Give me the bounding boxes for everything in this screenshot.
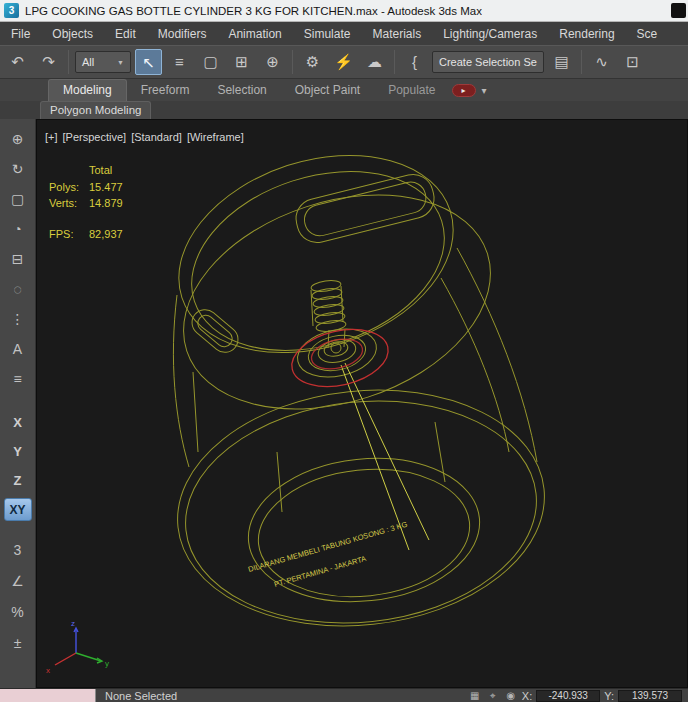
absolute-mode-icon[interactable]: ⌖ — [486, 690, 500, 702]
spinner-snap-icon[interactable]: ± — [3, 628, 33, 659]
angle-snap-icon[interactable]: ∠ — [3, 566, 33, 597]
named-selection-sets-icon[interactable]: { — [401, 49, 428, 75]
main-toolbar: ↶ ↷ All ▼ ↖ ≡ ▢ ⊞ ⊕ ⚙ ⚡ ☁ { Create Selec… — [0, 45, 688, 79]
grid-toggle-icon[interactable]: ▦ — [468, 690, 482, 701]
gizmo-y-label: y — [105, 659, 109, 668]
soft-selection-icon[interactable]: ◌ — [3, 274, 33, 304]
selection-region-icon[interactable]: ▢ — [197, 49, 224, 75]
ribbon-flyout-arrow-icon[interactable]: ▾ — [482, 85, 487, 96]
y-coordinate-label: Y: — [604, 690, 614, 702]
curve-editor-icon[interactable]: ∿ — [588, 49, 615, 75]
gizmo-z-label: z — [71, 619, 75, 628]
window-title: LPG COOKING GAS BOTTLE CYLINDER 3 KG FOR… — [25, 5, 482, 17]
selection-filter-dropdown[interactable]: All ▼ — [75, 51, 131, 73]
select-and-manipulate-icon[interactable]: ◔ — [3, 214, 33, 244]
toolbar-separator — [292, 50, 293, 74]
world-axis-gizmo — [55, 628, 102, 665]
select-and-move-icon[interactable]: ⊕ — [3, 124, 33, 154]
app-icon[interactable]: 3 — [4, 3, 19, 18]
named-selection-set-value: Create Selection Se — [439, 56, 537, 68]
x-coordinate-input[interactable] — [536, 690, 600, 702]
selection-lock-icon[interactable]: ◉ — [504, 690, 518, 701]
toolbar-separator — [581, 50, 582, 74]
window-crossing-icon[interactable]: ⊞ — [228, 49, 255, 75]
select-and-rotate-icon[interactable]: ↻ — [3, 154, 33, 184]
render-setup-icon[interactable]: ☁ — [361, 49, 388, 75]
title-bar: 3 LPG COOKING GAS BOTTLE CYLINDER 3 KG F… — [0, 0, 688, 22]
scale-tool-icon[interactable]: ⊟ — [3, 244, 33, 274]
3ds-max-window: 3 LPG COOKING GAS BOTTLE CYLINDER 3 KG F… — [0, 0, 688, 702]
undo-icon[interactable]: ↶ — [4, 49, 31, 75]
snaps-gear-icon[interactable]: ⚙ — [299, 49, 326, 75]
menu-item-simulate[interactable]: Simulate — [293, 23, 362, 45]
tab-object-paint[interactable]: Object Paint — [281, 80, 374, 101]
selection-status: None Selected — [105, 690, 177, 702]
ribbon-tabs: Modeling Freeform Selection Object Paint… — [0, 79, 688, 101]
menu-item-lighting-cameras[interactable]: Lighting/Cameras — [432, 23, 548, 45]
snaps-toggle-icon[interactable]: 3 — [3, 535, 33, 566]
axis-constraint-y[interactable]: Y — [3, 437, 33, 466]
named-selection-set-dropdown[interactable]: Create Selection Se ▼ — [432, 51, 544, 73]
menu-item-modifiers[interactable]: Modifiers — [147, 23, 218, 45]
menu-item-objects[interactable]: Objects — [41, 23, 104, 45]
gizmo-x-label: x — [46, 666, 50, 675]
y-coordinate-input[interactable] — [618, 690, 682, 702]
schematic-view-icon[interactable]: ⊡ — [619, 49, 646, 75]
tab-selection[interactable]: Selection — [203, 80, 280, 101]
menu-item-animation[interactable]: Animation — [217, 23, 292, 45]
axis-constraint-x[interactable]: X — [3, 408, 33, 437]
maxscript-mini-listener[interactable] — [0, 689, 96, 702]
toolbar-separator — [394, 50, 395, 74]
tab-freeform[interactable]: Freeform — [127, 80, 204, 101]
axis-constraint-z[interactable]: Z — [3, 466, 33, 495]
left-toolbar: ⊕ ↻ ▢ ◔ ⊟ ◌ ⋮ A ≡ X Y Z XY 3 ∠ % ± — [0, 119, 36, 688]
named-selection-icon[interactable]: A — [3, 334, 33, 364]
x-coordinate-label: X: — [522, 690, 532, 702]
coordinate-display: ▦ ⌖ ◉ X: Y: — [468, 690, 688, 702]
populate-icon[interactable]: ▸ — [452, 84, 476, 97]
status-bar: None Selected ▦ ⌖ ◉ X: Y: — [0, 688, 688, 702]
toolbar-separator — [68, 50, 69, 74]
redo-icon[interactable]: ↷ — [35, 49, 62, 75]
chevron-down-icon: ▼ — [117, 59, 124, 66]
viewport[interactable]: [+] [Perspective] [Standard] [Wireframe]… — [36, 119, 688, 688]
snap-dots-icon[interactable]: ⋮ — [3, 304, 33, 334]
select-and-move-icon[interactable]: ⊕ — [259, 49, 286, 75]
select-object-icon[interactable]: ↖ — [135, 49, 162, 75]
tab-modeling[interactable]: Modeling — [48, 79, 127, 101]
menu-item-materials[interactable]: Materials — [361, 23, 432, 45]
tab-populate[interactable]: Populate — [374, 80, 449, 101]
menu-item-scene[interactable]: Sce — [626, 23, 669, 45]
layer-manager-icon[interactable]: ▤ — [548, 49, 575, 75]
menu-item-rendering[interactable]: Rendering — [548, 23, 625, 45]
window-control[interactable] — [671, 3, 686, 18]
wireframe-model: DILARANG MEMBELI TABUNG KOSONG : 3 KG PT… — [37, 120, 687, 687]
ribbon-subtab-row: Polygon Modeling — [0, 101, 688, 119]
menu-item-file[interactable]: File — [0, 23, 41, 45]
select-by-name-icon[interactable]: ≡ — [166, 49, 193, 75]
selection-region-icon[interactable]: ▢ — [3, 184, 33, 214]
selection-filter-value: All — [82, 56, 94, 68]
percent-snap-icon[interactable]: % — [3, 597, 33, 628]
menu-bar: File Objects Edit Modifiers Animation Si… — [0, 22, 688, 45]
curve-tool-icon[interactable]: ⚡ — [330, 49, 357, 75]
menu-item-edit[interactable]: Edit — [104, 23, 147, 45]
increments-icon[interactable]: ≡ — [3, 364, 33, 394]
axis-constraint-xy[interactable]: XY — [4, 498, 32, 521]
tab-polygon-modeling[interactable]: Polygon Modeling — [40, 101, 151, 119]
